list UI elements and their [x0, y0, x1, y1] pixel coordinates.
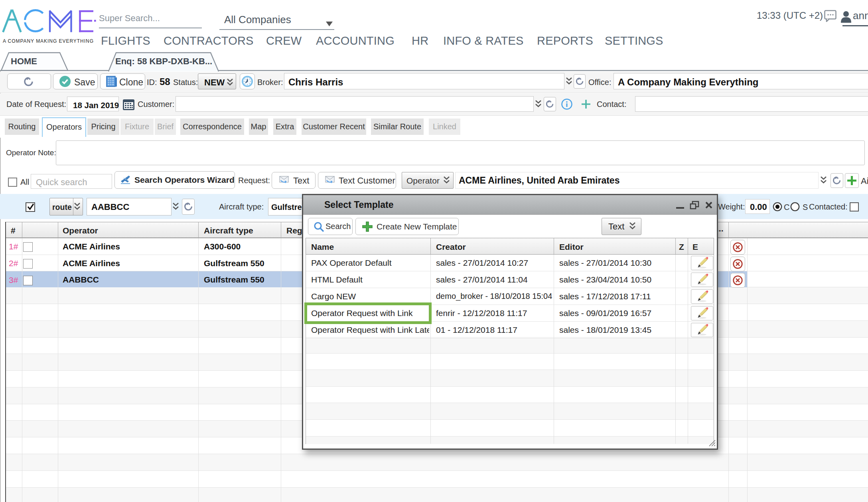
- svg-text:A COMPANY MAKING EVERYTHING: A COMPANY MAKING EVERYTHING: [3, 38, 93, 44]
